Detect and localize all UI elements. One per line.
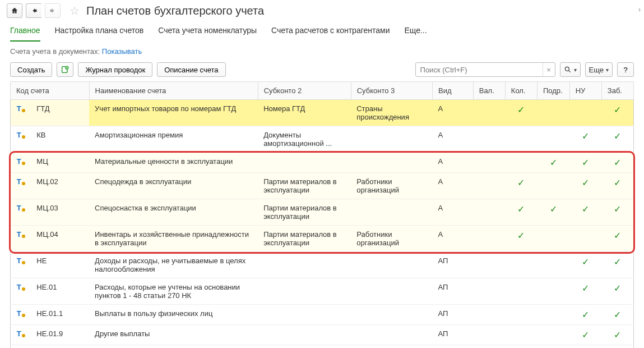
col-nu[interactable]: НУ [569,82,601,100]
col-code[interactable]: Код счета [11,82,90,100]
table-row[interactable]: ТНЕ.01Расходы, которые не учтены на осно… [11,278,634,305]
row-type-icon: Т [11,126,31,153]
journal-button[interactable]: Журнал проводок [78,62,152,77]
row-type-icon: Т [11,226,31,252]
table-row[interactable]: ТНЕДоходы и расходы, не учитываемые в це… [11,252,634,278]
cell-code: МЦ.02 [31,173,89,199]
cell-podr: ✓ [537,153,569,173]
search-input[interactable] [416,66,543,74]
row-type-icon: Т [11,305,31,325]
cell-nu [569,100,601,126]
cell-sub2 [258,278,351,305]
cell-podr [537,226,569,252]
cell-kol [505,252,537,278]
subline-link[interactable]: Показывать [102,47,142,56]
table-row[interactable]: ТНЕ.01.9Другие выплатыАП✓✓ [11,325,634,345]
col-sub2[interactable]: Субконто 2 [258,82,351,100]
cell-vid: А [433,126,474,153]
cell-sub2 [258,305,351,325]
cell-name: Расходы, которые не учтены на основании … [89,345,258,349]
cell-kol [505,153,537,173]
nav-forward-button[interactable] [45,3,61,18]
cell-zab: ✓ [601,126,633,153]
row-type-icon: Т [11,278,31,305]
cell-nu: ✓ [569,252,601,278]
cell-sub3 [351,126,432,153]
table-row[interactable]: ТМЦ.04Инвентарь и хозяйственные принадле… [11,226,634,252]
refresh-button[interactable] [57,62,73,77]
tab-1[interactable]: Настройка плана счетов [55,22,144,42]
col-vid[interactable]: Вид [433,82,474,100]
cell-zab: ✓ [601,345,633,349]
favorite-star-icon[interactable]: ☆ [70,4,80,17]
cell-code: НЕ [31,252,89,278]
cell-nu: ✓ [569,126,601,153]
cell-kol [505,278,537,305]
help-button[interactable]: ? [617,62,634,77]
cell-kol [505,126,537,153]
cell-val [473,126,505,153]
home-button[interactable] [7,3,22,18]
cell-sub2: Партии материалов в эксплуатации [258,199,351,226]
cell-podr [537,345,569,349]
table-row[interactable]: ТНЕ.02Расходы, которые не учтены на осно… [11,345,634,349]
cell-code: МЦ [31,153,89,173]
cell-podr [537,278,569,305]
row-type-icon: Т [11,173,31,199]
more-dropdown[interactable]: Еще ▾ [585,62,613,77]
cell-nu: ✓ [569,199,601,226]
tab-2[interactable]: Счета учета номенклатуры [158,22,257,42]
col-val[interactable]: Вал. [473,82,505,100]
search-clear-button[interactable]: × [543,63,555,76]
tab-4[interactable]: Еще... [404,22,427,42]
search-mode-dropdown[interactable]: ▾ [560,62,581,77]
cell-sub3: Работники организаций [351,226,432,252]
create-button[interactable]: Создать [10,62,52,77]
cell-code: НЕ.01 [31,278,89,305]
col-zab[interactable]: Заб. [601,82,633,100]
describe-button[interactable]: Описание счета [157,62,225,77]
cell-sub3 [351,345,432,349]
row-type-icon: Т [11,100,31,126]
cell-zab: ✓ [601,252,633,278]
table-row[interactable]: ТМЦ.02Спецодежда в эксплуатацииПартии ма… [11,173,634,199]
col-podr[interactable]: Подр. [537,82,569,100]
search-field[interactable]: × [415,62,555,77]
tab-0[interactable]: Главное [10,22,40,42]
cell-vid: АП [433,278,474,305]
cell-sub3 [351,252,432,278]
cell-sub3 [351,199,432,226]
col-kol[interactable]: Кол. [505,82,537,100]
cell-sub3 [351,278,432,305]
expand-arrow-icon[interactable]: › [638,6,641,13]
table-row[interactable]: ТМЦМатериальные ценности в эксплуатацииА… [11,153,634,173]
cell-sub2: Номера ГТД [258,100,351,126]
cell-zab: ✓ [601,325,633,345]
cell-code: НЕ.02 [31,345,89,349]
table-header-row: Код счета Наименование счета Субконто 2 … [11,82,634,100]
cell-kol [505,305,537,325]
subline-prefix: Счета учета в документах: [10,47,102,56]
cell-vid: АП [433,325,474,345]
col-sub3[interactable]: Субконто 3 [351,82,432,100]
table-row[interactable]: ТКВАмортизационная премияДокументы аморт… [11,126,634,153]
cell-code: НЕ.01.9 [31,325,89,345]
nav-back-button[interactable] [26,3,41,18]
cell-nu: ✓ [569,305,601,325]
cell-sub2 [258,325,351,345]
cell-val [473,226,505,252]
cell-kol: ✓ [505,100,537,126]
accounts-table: Код счета Наименование счета Субконто 2 … [10,81,634,348]
cell-podr [537,252,569,278]
cell-kol [505,325,537,345]
svg-line-3 [568,70,571,72]
table-row[interactable]: ТГТДУчет импортных товаров по номерам ГТ… [11,100,634,126]
table-row[interactable]: ТМЦ.03Спецоснастка в эксплуатацииПартии … [11,199,634,226]
cell-sub3: Работники организаций [351,173,432,199]
cell-nu: ✓ [569,325,601,345]
cell-sub3 [351,305,432,325]
col-name[interactable]: Наименование счета [89,82,258,100]
table-row[interactable]: ТНЕ.01.1Выплаты в пользу физических лицА… [11,305,634,325]
tabs-bar: ГлавноеНастройка плана счетовСчета учета… [0,19,644,42]
tab-3[interactable]: Счета расчетов с контрагентами [271,22,390,42]
